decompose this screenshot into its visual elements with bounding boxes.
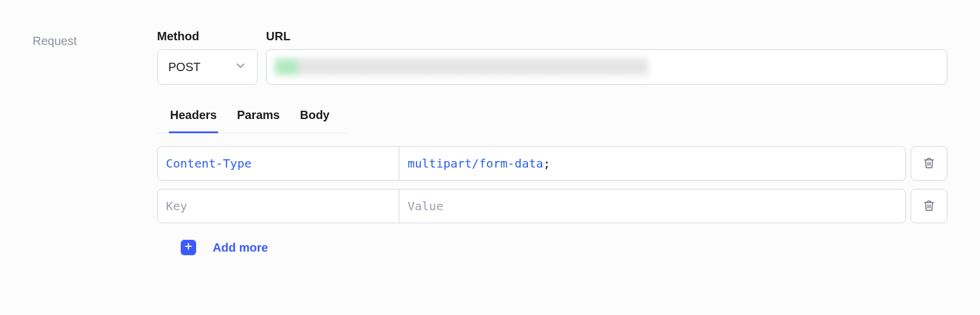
method-label: Method (157, 30, 258, 43)
tab-params[interactable]: Params (236, 108, 281, 133)
method-field-group: Method (157, 30, 258, 85)
header-row (157, 189, 947, 223)
header-row: multipart/form-data; (157, 146, 947, 181)
header-value-input[interactable] (399, 189, 905, 223)
url-redacted (275, 59, 648, 75)
header-value-input[interactable]: multipart/form-data; (399, 147, 905, 180)
trash-icon (923, 157, 935, 171)
url-field-group: URL (266, 30, 947, 85)
tabs: Headers Params Body (157, 108, 347, 133)
delete-button[interactable] (911, 189, 947, 223)
add-more-button[interactable] (181, 240, 196, 255)
tab-headers[interactable]: Headers (169, 108, 218, 133)
add-more-link[interactable]: Add more (213, 241, 268, 255)
plus-icon (184, 242, 193, 253)
delete-button[interactable] (911, 146, 947, 181)
header-key-input[interactable] (158, 189, 399, 223)
method-select[interactable] (157, 49, 258, 85)
url-label: URL (266, 30, 947, 43)
url-input[interactable] (266, 49, 947, 85)
trash-icon (923, 200, 935, 213)
tab-body[interactable]: Body (299, 108, 331, 133)
section-title: Request (33, 34, 157, 48)
header-key-input[interactable] (158, 147, 399, 180)
